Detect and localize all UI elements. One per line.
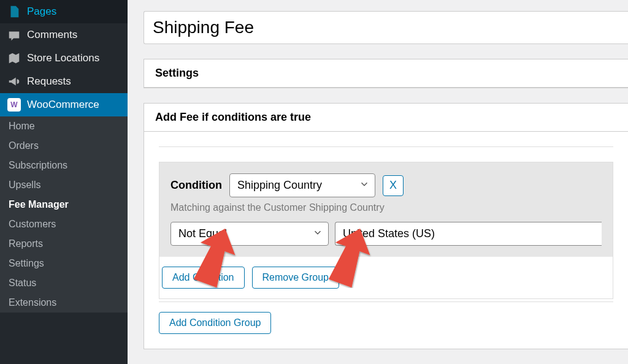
settings-heading: Settings [144, 59, 628, 88]
condition-group: Condition Shipping Country X Matching ag… [159, 162, 613, 299]
subnav-orders[interactable]: Orders [0, 136, 128, 156]
condition-hint: Matching against the Customer Shipping C… [170, 202, 602, 213]
chevron-down-icon [312, 227, 323, 241]
condition-value-select[interactable]: United States (US) [335, 222, 602, 246]
sidebar-item-label: WooCommerce [27, 99, 99, 111]
subnav-status[interactable]: Status [0, 273, 128, 293]
sidebar-item-label: Store Locations [27, 52, 99, 64]
subnav-reports[interactable]: Reports [0, 234, 128, 254]
woocommerce-subnav: Home Orders Subscriptions Upsells Fee Ma… [0, 116, 128, 313]
condition-field-select[interactable]: Shipping Country [229, 173, 375, 197]
sidebar-item-label: Comments [27, 29, 77, 41]
condition-operator-select[interactable]: Not Equal [170, 222, 329, 246]
add-condition-group-button[interactable]: Add Condition Group [159, 312, 271, 334]
subnav-customers[interactable]: Customers [0, 214, 128, 234]
sidebar-item-pages[interactable]: Pages [0, 0, 128, 23]
condition-field-value: Shipping Country [237, 179, 322, 191]
sidebar-item-store-locations[interactable]: Store Locations [0, 47, 128, 70]
subnav-settings[interactable]: Settings [0, 254, 128, 273]
remove-condition-button[interactable]: X [383, 175, 404, 196]
conditions-heading: Add Fee if conditions are true [144, 104, 628, 132]
condition-value: United States (US) [343, 227, 435, 240]
woocommerce-icon: W [7, 98, 21, 112]
pages-icon [7, 5, 21, 18]
subnav-upsells[interactable]: Upsells [0, 175, 128, 195]
subnav-subscriptions[interactable]: Subscriptions [0, 156, 128, 175]
condition-operator-value: Not Equal [178, 227, 227, 240]
main-content: Settings Add Fee if conditions are true … [128, 0, 628, 364]
sidebar-item-woocommerce[interactable]: W WooCommerce [0, 93, 128, 116]
subnav-fee-manager[interactable]: Fee Manager [0, 195, 128, 214]
fee-title-input[interactable] [144, 11, 628, 44]
comment-icon [7, 28, 21, 42]
settings-panel: Settings [144, 59, 628, 88]
sidebar-item-requests[interactable]: Requests [0, 70, 128, 93]
add-condition-button[interactable]: Add Condition [162, 267, 245, 289]
admin-sidebar: Pages Comments Store Locations Requests … [0, 0, 128, 364]
condition-label: Condition [170, 179, 222, 192]
sidebar-item-label: Pages [27, 6, 56, 18]
sidebar-item-label: Requests [27, 75, 71, 88]
sidebar-item-comments[interactable]: Comments [0, 23, 128, 47]
remove-group-button[interactable]: Remove Group [252, 267, 340, 289]
megaphone-icon [7, 75, 21, 88]
subnav-extensions[interactable]: Extensions [0, 293, 128, 313]
map-icon [7, 51, 21, 65]
conditions-panel: Add Fee if conditions are true Condition… [144, 103, 628, 349]
subnav-home[interactable]: Home [0, 116, 128, 136]
chevron-down-icon [359, 178, 370, 192]
